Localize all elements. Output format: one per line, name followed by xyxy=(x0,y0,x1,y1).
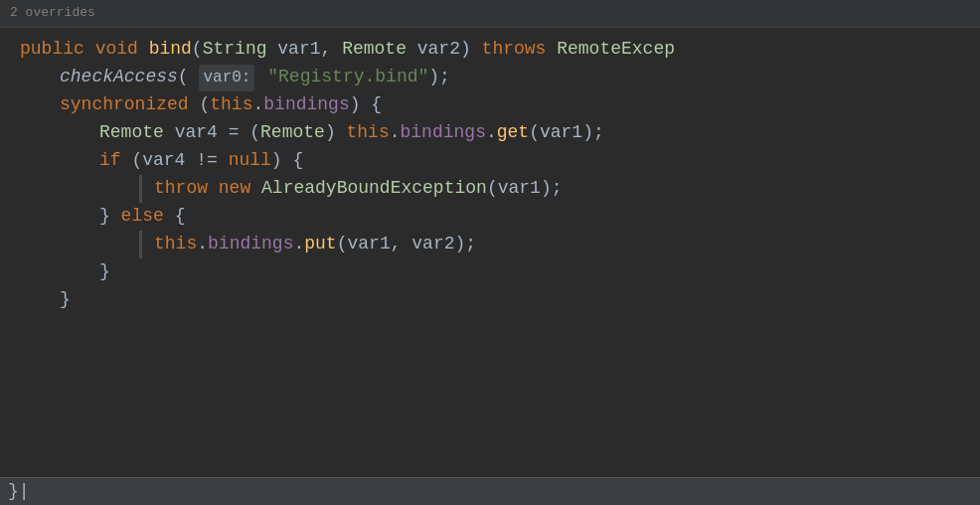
var-var1: var1 xyxy=(277,36,320,64)
var-var1d: var1 xyxy=(347,231,390,258)
keyword-if: if xyxy=(99,147,131,175)
closing-brace: }| xyxy=(8,478,30,505)
line-if: if ( var4 != null ) { xyxy=(20,147,980,175)
code-area: public void bind ( String var1 , Remote … xyxy=(0,28,980,322)
var-var4b: var4 xyxy=(142,147,196,175)
keyword-synchronized: synchronized xyxy=(60,91,199,119)
keyword-void: void xyxy=(95,36,149,64)
line-method-sig: public void bind ( String var1 , Remote … xyxy=(20,36,980,64)
keyword-this2: this xyxy=(346,119,389,147)
line-check-access: checkAccess ( var0: "Registry.bind" ); xyxy=(20,64,980,91)
field-bindings2: bindings xyxy=(401,119,486,147)
keyword-public: public xyxy=(20,36,95,64)
punct-comma1: , xyxy=(321,36,343,64)
line-remote-var4: Remote var4 = ( Remote ) this . bindings… xyxy=(20,119,980,147)
punct-space xyxy=(256,64,267,91)
punct-dot4: . xyxy=(197,231,208,258)
line-close-sync: } xyxy=(20,286,980,314)
keyword-new: new xyxy=(219,175,261,203)
class-alreadybound: AlreadyBoundException xyxy=(261,175,487,203)
punct-eq: = xyxy=(229,119,250,147)
punct-exc-close: ); xyxy=(541,175,563,203)
punct-put-close: ); xyxy=(455,231,477,258)
field-bindings3: bindings xyxy=(208,231,293,258)
method-get: get xyxy=(497,119,529,147)
punct-comma2: , xyxy=(391,231,412,258)
var-var2: var2 xyxy=(417,36,460,64)
var-var1c: var1 xyxy=(498,175,541,203)
code-editor: 2 overrides public void bind ( String va… xyxy=(0,0,980,505)
punct-get-paren: ( xyxy=(529,119,540,147)
line-close-else: } xyxy=(20,258,980,286)
punct-neq: != xyxy=(196,147,228,175)
punct-dot5: . xyxy=(293,231,304,258)
line-border-put xyxy=(139,231,142,258)
keyword-throws: throws xyxy=(482,36,558,64)
line-throw: throw new AlreadyBoundException ( var1 )… xyxy=(20,175,980,203)
punct-put-open: ( xyxy=(337,231,348,258)
punct-if-close: ) { xyxy=(271,147,303,175)
punct-dot1: . xyxy=(252,91,263,119)
keyword-throw: throw xyxy=(154,175,219,203)
field-bindings1: bindings xyxy=(263,91,349,119)
param-hint-var0: var0: xyxy=(199,65,254,91)
punct-close-paren: ) xyxy=(460,36,482,64)
punct-close-brace1: } xyxy=(99,203,121,231)
punct-close2: ) { xyxy=(350,91,382,119)
type-remote1: Remote xyxy=(342,36,417,64)
type-remote-cast: Remote xyxy=(260,119,325,147)
var-var1b: var1 xyxy=(540,119,582,147)
punct-close-else: } xyxy=(99,258,110,286)
punct-else-open: { xyxy=(175,203,186,231)
punct-open2: ( xyxy=(199,91,210,119)
keyword-null: null xyxy=(229,147,271,175)
keyword-this3: this xyxy=(154,231,197,258)
punct-exc-open: ( xyxy=(487,175,498,203)
keyword-this1: this xyxy=(210,91,252,119)
punct-open: ( xyxy=(178,64,200,91)
var-var2b: var2 xyxy=(411,231,454,258)
punct-cast-open: ( xyxy=(249,119,260,147)
keyword-else: else xyxy=(121,203,175,231)
exception-remote: RemoteExcep xyxy=(557,36,675,64)
method-put: put xyxy=(304,231,336,258)
type-string: String xyxy=(203,36,278,64)
string-registry-bind: "Registry.bind" xyxy=(267,64,428,91)
punct-if-open: ( xyxy=(131,147,142,175)
var-var4: var4 xyxy=(175,119,229,147)
line-else: } else { xyxy=(20,203,980,231)
punct-open-paren: ( xyxy=(192,36,203,64)
punct-dot3: . xyxy=(486,119,497,147)
type-remote2: Remote xyxy=(99,119,175,147)
overrides-label: 2 overrides xyxy=(10,3,95,23)
punct-get-close: ); xyxy=(582,119,604,147)
method-bind: bind xyxy=(149,36,192,64)
bottom-bar: }| xyxy=(0,477,980,505)
punct-dot2: . xyxy=(390,119,401,147)
header-bar: 2 overrides xyxy=(0,0,980,28)
line-border-throw xyxy=(139,175,142,203)
line-put: this . bindings . put ( var1 , var2 ); xyxy=(20,231,980,258)
line-synchronized: synchronized ( this . bindings ) { xyxy=(20,91,980,119)
method-checkaccess: checkAccess xyxy=(60,64,178,91)
punct-cast-close: ) xyxy=(325,119,347,147)
punct-close-sync: } xyxy=(60,286,71,314)
punct-close-semi: ); xyxy=(428,64,450,91)
